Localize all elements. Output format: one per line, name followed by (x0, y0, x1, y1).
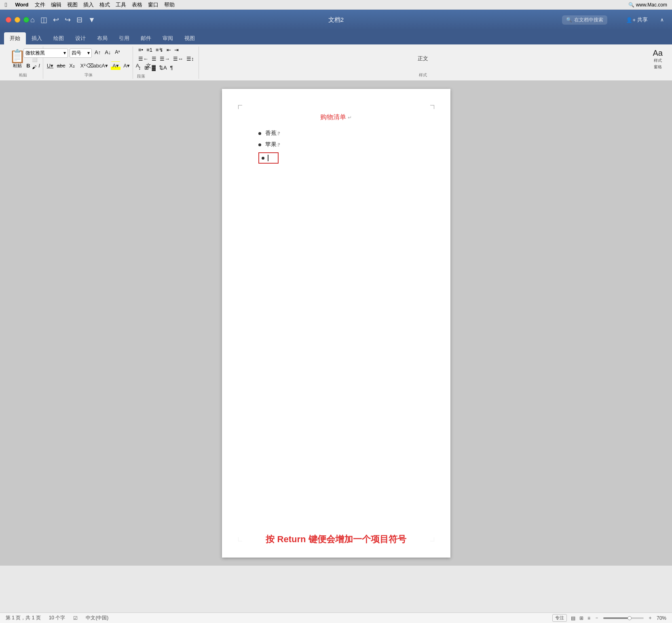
list-item-active[interactable] (258, 152, 422, 164)
justify-button[interactable]: ☰↔ (172, 55, 184, 63)
zoom-minus-button[interactable]: － (594, 615, 599, 621)
tab-insert[interactable]: 插入 (26, 32, 48, 44)
font-aa-button[interactable]: Aᵃ (114, 48, 121, 58)
ribbon-collapse-button[interactable]: ∧ (660, 17, 664, 23)
redo-icon[interactable]: ↪ (63, 15, 73, 25)
menu-view[interactable]: 视图 (67, 1, 78, 8)
menubar-right: 🔍 www.Mac.com (628, 2, 667, 8)
ribbon-group-style-pane: Aa 样式 窗格 (647, 46, 669, 79)
distributed-button[interactable]: ☰↕ (185, 55, 195, 63)
multilevel-list-button[interactable]: ≡↯ (154, 46, 165, 54)
menu-insert[interactable]: 插入 (83, 1, 94, 8)
apple-logo-icon[interactable]:  (5, 1, 7, 8)
status-bar: 第 1 页，共 1 页 10 个字 ☑ 中文(中国) 专注 ▤ ⊞ ≡ － ＋ … (0, 612, 672, 623)
menu-tools[interactable]: 工具 (116, 1, 126, 8)
focus-button[interactable]: 专注 (552, 614, 567, 622)
size-dropdown-icon: ▾ (87, 50, 90, 56)
char-shading-button[interactable]: A▾ (122, 61, 131, 70)
align-right-button[interactable]: ☰→ (158, 55, 171, 63)
line-spacing-button[interactable]: ↕ (137, 64, 142, 72)
zoom-slider[interactable] (603, 617, 644, 619)
paragraph-mark: ⁋ (277, 131, 280, 136)
close-button[interactable] (6, 17, 11, 23)
clear-format-button[interactable]: ⌫abc (89, 61, 99, 70)
show-marks-button[interactable]: ¶ (169, 64, 174, 72)
font-color-button[interactable]: A▾ (100, 61, 110, 70)
document-page[interactable]: 购物清单 ↵ 香蕉 ⁋ 苹果 ⁋ 按 Return 键便会增加一个项目符号 (222, 89, 450, 558)
tab-mailings[interactable]: 邮件 (135, 32, 157, 44)
clipboard-group-label: 粘贴 (19, 72, 27, 78)
app-name: Word (15, 2, 28, 8)
normal-style-button[interactable]: 正文 (411, 47, 435, 70)
tab-references[interactable]: 引用 (113, 32, 135, 44)
paste-label: 粘贴 (13, 63, 22, 69)
ribbon-tabs: 开始 插入 绘图 设计 布局 引用 邮件 审阅 视图 (0, 30, 672, 44)
zoom-plus-button[interactable]: ＋ (648, 615, 653, 621)
font-size-selector[interactable]: 四号 ▾ (70, 48, 92, 58)
word-count: 10 个字 (49, 615, 66, 621)
quick-access-chevron-icon[interactable]: ▼ (86, 15, 97, 25)
active-input-box[interactable] (258, 152, 279, 164)
decrease-indent-button[interactable]: ⇤ (165, 46, 172, 54)
outline-view-button[interactable]: ≡ (587, 615, 590, 621)
bold-button[interactable]: B (23, 61, 33, 70)
title-bar: ⌂ ◫ ↩ ↪ ⊟ ▼ 文档2 🔍 在文档中搜索 👤+ 共享 ∧ (0, 10, 672, 30)
return-symbol: ↵ (346, 115, 351, 120)
menu-window[interactable]: 窗口 (148, 1, 158, 8)
subscript-button[interactable]: X₂ (67, 61, 77, 70)
menu-format[interactable]: 格式 (99, 1, 110, 8)
menu-table[interactable]: 表格 (132, 1, 142, 8)
print-layout-view-button[interactable]: ▤ (571, 615, 575, 621)
styles-pane-button[interactable]: Aa 样式 窗格 (650, 47, 666, 72)
tab-draw[interactable]: 绘图 (48, 32, 70, 44)
tab-view[interactable]: 视图 (179, 32, 201, 44)
styles-group-label: 样式 (419, 72, 427, 78)
paragraph-mark: ⁋ (277, 142, 280, 147)
save-icon[interactable]: ◫ (38, 15, 49, 25)
window-controls: ⌂ ◫ ↩ ↪ ⊟ ▼ (28, 15, 97, 25)
underline-button[interactable]: U▾ (45, 61, 55, 70)
align-center-button[interactable]: ☰ (150, 55, 158, 63)
print-icon[interactable]: ⊟ (74, 15, 85, 25)
proofing-icon[interactable]: ☑ (73, 615, 78, 621)
share-button[interactable]: 👤+ 共享 (626, 16, 648, 23)
ribbon-group-font: 微软雅黑 ▾ 四号 ▾ A↑ A↓ Aᵃ B I U▾ abc X₂ X² ⌫a… (44, 46, 133, 79)
item-text-apple: 苹果 (265, 141, 277, 148)
menu-file[interactable]: 文件 (35, 1, 45, 8)
shading-button[interactable]: ▓ (151, 64, 157, 72)
home-icon[interactable]: ⌂ (28, 15, 37, 25)
align-left-button[interactable]: ☰← (137, 55, 150, 63)
bullet-list-button[interactable]: ≡• (137, 46, 144, 54)
font-size-decrease-button[interactable]: A↓ (104, 48, 112, 58)
undo-icon[interactable]: ↩ (51, 15, 61, 25)
tab-home[interactable]: 开始 (4, 32, 26, 44)
macos-menubar:  Word 文件 编辑 视图 插入 格式 工具 表格 窗口 帮助 🔍 www.… (0, 0, 672, 10)
increase-indent-button[interactable]: ⇥ (173, 46, 180, 54)
font-dropdown-icon: ▾ (63, 50, 66, 56)
web-layout-view-button[interactable]: ⊞ (579, 615, 583, 621)
highlight-button[interactable]: A▾ (111, 61, 120, 70)
zoom-track (603, 617, 630, 619)
tab-review[interactable]: 审阅 (157, 32, 179, 44)
menu-edit[interactable]: 编辑 (51, 1, 61, 8)
sort-button[interactable]: ⇅A (158, 64, 168, 72)
search-icon: 🔍 (566, 17, 572, 23)
italic-button[interactable]: I (34, 61, 44, 70)
minimize-button[interactable] (15, 17, 20, 23)
numbered-list-button[interactable]: ≡1 (145, 46, 154, 54)
tab-layout[interactable]: 布局 (91, 32, 113, 44)
menu-help[interactable]: 帮助 (164, 1, 175, 8)
font-name-selector[interactable]: 微软雅黑 ▾ (23, 48, 68, 58)
zoom-thumb (628, 616, 632, 620)
share-icon: 👤+ (626, 17, 636, 23)
strikethrough-button[interactable]: abc (56, 61, 66, 70)
ribbon-group-styles: 正文 样式 (200, 46, 646, 79)
paste-icon: 📋 (9, 50, 25, 63)
ribbon-toolbar: 📋 粘贴 ✂ ⬜ 🖌 粘贴 微软雅黑 ▾ 四号 ▾ A↑ (0, 44, 672, 81)
border-button[interactable]: ⊞ (143, 64, 150, 72)
tab-design[interactable]: 设计 (70, 32, 91, 44)
font-size-increase-button[interactable]: A↑ (93, 48, 102, 58)
corner-mark-tr (430, 105, 434, 109)
corner-mark-tl (238, 105, 242, 109)
search-box[interactable]: 🔍 在文档中搜索 (562, 15, 607, 25)
